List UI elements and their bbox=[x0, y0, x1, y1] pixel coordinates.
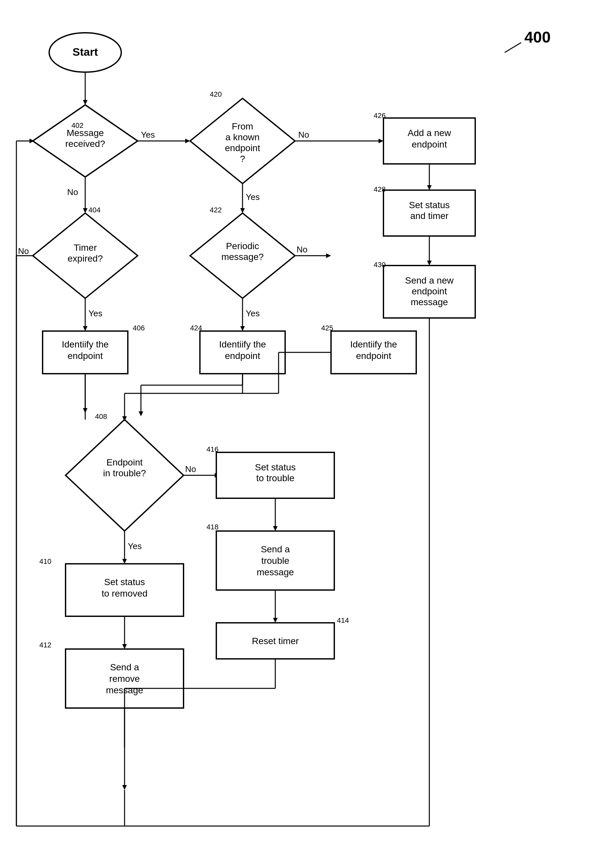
arrow-402-yes: Yes bbox=[141, 130, 155, 140]
node-422-label1: Periodic bbox=[226, 241, 259, 251]
node-430-label2: endpoint bbox=[412, 286, 447, 296]
node-418-label2: trouble bbox=[261, 556, 289, 566]
node-410-label2: to removed bbox=[102, 588, 147, 598]
node-404-ref: 404 bbox=[88, 206, 101, 214]
node-414-label: Reset timer bbox=[252, 636, 299, 646]
arrow-420-no: No bbox=[298, 130, 309, 140]
node-414-ref: 414 bbox=[337, 616, 349, 625]
node-402-ref: 402 bbox=[71, 121, 84, 129]
node-412-ref: 412 bbox=[39, 641, 51, 649]
diagram-title: 400 bbox=[525, 28, 551, 46]
node-420-label3: endpoint bbox=[225, 143, 260, 153]
node-408-ref: 408 bbox=[95, 412, 107, 420]
node-408-label1: Endpoint bbox=[107, 457, 143, 467]
node-418-label3: message bbox=[257, 567, 294, 577]
node-430-label3: message bbox=[411, 297, 448, 307]
node-425-label1: Identiify the bbox=[350, 339, 397, 349]
node-408-label2: in trouble? bbox=[103, 468, 146, 478]
node-426-label1: Add a new bbox=[408, 128, 451, 138]
node-412-label1: Send a bbox=[110, 662, 139, 672]
start-label: Start bbox=[73, 46, 97, 58]
node-412-label2: remove bbox=[109, 674, 139, 684]
node-424-label2: endpoint bbox=[225, 351, 260, 361]
node-430-label1: Send a new bbox=[405, 275, 454, 285]
node-406-ref: 406 bbox=[133, 324, 145, 332]
node-420-label4: ? bbox=[240, 154, 245, 164]
node-418-label1: Send a bbox=[261, 544, 290, 554]
node-425-ref: 425 bbox=[321, 324, 333, 332]
node-416-label2: to trouble bbox=[256, 473, 295, 483]
arrow-422-no: No bbox=[297, 245, 308, 254]
node-428-label2: and timer bbox=[410, 211, 449, 221]
node-404-label1: Timer bbox=[74, 243, 97, 253]
node-428-ref: 428 bbox=[374, 185, 386, 194]
node-430-ref: 430 bbox=[374, 260, 386, 269]
node-402-label2: received? bbox=[65, 139, 105, 149]
node-426-ref: 426 bbox=[374, 112, 386, 119]
arrow-404-yes: Yes bbox=[88, 308, 102, 318]
node-424-ref: 424 bbox=[190, 324, 202, 332]
arrow-408-no: No bbox=[185, 464, 196, 474]
arrow-408-yes: Yes bbox=[128, 541, 142, 551]
arrow-422-yes: Yes bbox=[246, 308, 260, 318]
node-425-label2: endpoint bbox=[356, 351, 391, 361]
node-422-ref: 422 bbox=[210, 206, 222, 214]
node-426-label2: endpoint bbox=[412, 140, 447, 149]
node-422-label2: message? bbox=[221, 252, 263, 262]
node-410-label1: Set status bbox=[104, 577, 145, 587]
arrow-404-no: No bbox=[18, 246, 29, 256]
node-406-label1: Identiify the bbox=[62, 339, 108, 349]
node-424-label1: Identiify the bbox=[219, 339, 266, 349]
node-420-ref: 420 bbox=[210, 90, 222, 98]
node-404-label2: expired? bbox=[68, 253, 102, 264]
flowchart-diagram: 400 Start Message received? 402 Yes No F… bbox=[0, 0, 605, 868]
node-416-label1: Set status bbox=[255, 462, 296, 472]
node-420-label2: a known bbox=[226, 132, 260, 142]
arrow-402-no: No bbox=[67, 187, 78, 197]
node-416-ref: 416 bbox=[206, 445, 218, 453]
node-406-label2: endpoint bbox=[68, 351, 103, 361]
node-418-ref: 418 bbox=[206, 523, 218, 531]
node-428-label1: Set status bbox=[409, 200, 450, 210]
arrow-420-yes: Yes bbox=[246, 192, 260, 202]
node-420-label1: From bbox=[232, 121, 253, 132]
node-410-ref: 410 bbox=[39, 557, 51, 566]
